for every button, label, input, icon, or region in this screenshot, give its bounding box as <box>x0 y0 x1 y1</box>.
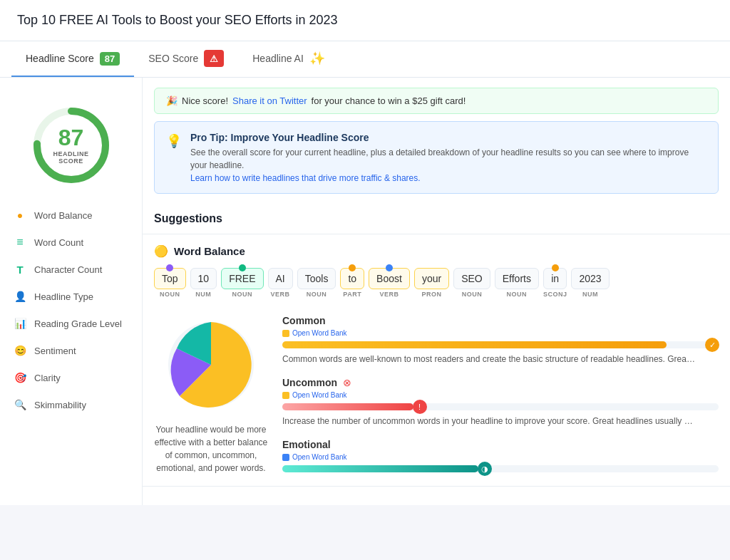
wand-icon: ✨ <box>309 51 325 66</box>
bar-desc-uncommon: Increase the number of uncommon words in… <box>282 415 696 427</box>
token-efforts: Efforts NOUN <box>495 268 539 298</box>
sidebar-item-label: Sentiment <box>34 346 76 356</box>
token-10: 10 NUM <box>190 268 217 298</box>
headline-score-badge: 87 <box>100 52 120 66</box>
token-box: 10 <box>190 268 217 289</box>
pro-tip-box: 💡 Pro Tip: Improve Your Headline Score S… <box>154 121 719 194</box>
pie-chart-area: Your headline would be more effective wi… <box>154 315 268 475</box>
bank-square-icon <box>282 454 289 461</box>
content-area: 🎉 Nice score! Share it on Twitter for yo… <box>143 78 730 505</box>
page-title: Top 10 FREE AI Tools to Boost your SEO E… <box>17 13 713 28</box>
token-box: Boost <box>369 268 410 289</box>
bar-label-uncommon: Uncommon <box>282 377 337 388</box>
open-word-bank-uncommon[interactable]: Open Word Bank <box>282 391 719 399</box>
bar-item-emotional: Emotional Open Word Bank ◑ <box>282 439 719 472</box>
bar-marker-uncommon: ! <box>413 400 427 414</box>
page-header: Top 10 FREE AI Tools to Boost your SEO E… <box>0 0 730 41</box>
token-dot <box>166 264 173 271</box>
sidebar-item-label: Clarity <box>34 373 61 383</box>
bar-marker-emotional: ◑ <box>478 462 492 476</box>
token-ai: AI VERB <box>268 268 293 298</box>
score-number: 87 <box>53 126 88 149</box>
bar-label-emotional: Emotional <box>282 439 331 450</box>
pro-tip-link[interactable]: Learn how to write headlines that drive … <box>190 173 421 183</box>
tab-seo-score[interactable]: SEO Score ⚠ <box>134 41 238 77</box>
check-icon: ✓ <box>705 338 719 352</box>
sidebar-item-skimmability[interactable]: 🔍 Skimmability <box>0 391 142 418</box>
skimmability-icon: 🔍 <box>13 398 27 412</box>
reading-grade-icon: 📊 <box>13 316 27 331</box>
sidebar-item-label: Skimmability <box>34 400 86 410</box>
bar-track-common: ✓ <box>282 341 719 348</box>
tab-label: Headline AI <box>252 53 304 64</box>
sidebar-item-label: Character Count <box>34 264 102 275</box>
token-top: Top NOUN <box>154 268 186 298</box>
tab-label: SEO Score <box>148 53 198 64</box>
word-balance-body: Your headline would be more effective wi… <box>143 308 730 486</box>
pro-tip-content: Pro Tip: Improve Your Headline Score See… <box>190 132 706 183</box>
page-wrapper: Top 10 FREE AI Tools to Boost your SEO E… <box>0 0 730 505</box>
bank-square-icon <box>282 330 289 337</box>
sidebar-item-sentiment[interactable]: 😊 Sentiment <box>0 337 142 364</box>
suggestions-header: Suggestions <box>143 204 730 234</box>
word-balance-icon: ● <box>13 208 27 222</box>
sidebar-item-clarity[interactable]: 🎯 Clarity <box>0 364 142 391</box>
bar-marker-common: ✓ <box>705 338 719 352</box>
score-circle-wrapper: 87 HEADLINESCORE <box>0 92 142 202</box>
word-balance-section-icon: 🟡 <box>154 244 168 258</box>
seo-warning-badge: ⚠ <box>204 50 224 67</box>
sidebar-item-character-count[interactable]: T Character Count <box>0 256 142 283</box>
open-word-bank-common[interactable]: Open Word Bank <box>282 329 719 337</box>
token-box: SEO <box>453 268 490 289</box>
token-boost: Boost VERB <box>369 268 410 298</box>
sidebar-item-reading-grade[interactable]: 📊 Reading Grade Level <box>0 310 142 337</box>
sidebar-nav: ● Word Balance ≡ Word Count T Character … <box>0 202 142 418</box>
token-box: AI <box>268 268 293 289</box>
bar-desc-common: Common words are well-known to most read… <box>282 353 696 365</box>
character-count-icon: T <box>13 262 27 276</box>
bar-item-common: Common Open Word Bank ✓ <box>282 315 719 365</box>
suggestions-title: Suggestions <box>154 212 719 225</box>
open-word-bank-emotional[interactable]: Open Word Bank <box>282 453 719 461</box>
sidebar-item-label: Word Balance <box>34 210 92 221</box>
sidebar-item-word-count[interactable]: ≡ Word Count <box>0 229 142 256</box>
token-2023: 2023 NUM <box>571 268 609 298</box>
word-balance-section: 🟡 Word Balance Top NOUN <box>143 234 730 487</box>
banner-emoji: 🎉 <box>166 95 178 106</box>
token-dot <box>239 264 246 271</box>
tabs-bar: Headline Score 87 SEO Score ⚠ Headline A… <box>0 41 730 78</box>
teal-icon: ◑ <box>478 462 492 476</box>
sidebar-item-headline-type[interactable]: 👤 Headline Type <box>0 283 142 310</box>
token-dot <box>349 264 356 271</box>
token-to: to PART <box>340 268 364 298</box>
token-box: Top <box>154 268 186 289</box>
score-label: HEADLINESCORE <box>53 150 88 165</box>
token-box: Tools <box>297 268 336 289</box>
sidebar-item-word-balance[interactable]: ● Word Balance <box>0 202 142 229</box>
token-box: FREE <box>221 268 263 289</box>
bar-fill-uncommon <box>282 403 413 410</box>
sidebar: 87 HEADLINESCORE ● Word Balance ≡ Word C… <box>0 78 143 505</box>
twitter-share-link[interactable]: Share it on Twitter <box>232 95 307 106</box>
bank-square-icon <box>282 392 289 399</box>
word-count-icon: ≡ <box>13 235 27 249</box>
bar-track-emotional: ◑ <box>282 465 719 472</box>
pro-tip-title: Pro Tip: Improve Your Headline Score <box>190 132 706 143</box>
pie-chart-svg <box>161 315 261 415</box>
pie-caption: Your headline would be more effective wi… <box>154 423 268 475</box>
token-box: in <box>543 268 567 289</box>
tab-headline-score[interactable]: Headline Score 87 <box>11 41 134 77</box>
sidebar-item-label: Headline Type <box>34 291 93 302</box>
score-circle: 87 HEADLINESCORE <box>32 106 110 185</box>
token-in: in SCONJ <box>543 268 567 298</box>
sidebar-item-label: Word Count <box>34 237 83 248</box>
alert-circle-icon: ⊗ <box>343 377 351 388</box>
bar-charts-area: Common Open Word Bank ✓ <box>282 315 719 475</box>
pro-tip-text: See the overall score for your current h… <box>190 146 706 172</box>
token-dot <box>552 264 559 271</box>
word-tokens-row: Top NOUN 10 NUM <box>143 265 730 308</box>
token-seo: SEO NOUN <box>453 268 490 298</box>
tab-headline-ai[interactable]: Headline AI ✨ <box>238 41 339 77</box>
banner-text: Nice score! <box>182 95 228 106</box>
bar-item-uncommon: Uncommon ⊗ Open Word Bank ! <box>282 377 719 427</box>
